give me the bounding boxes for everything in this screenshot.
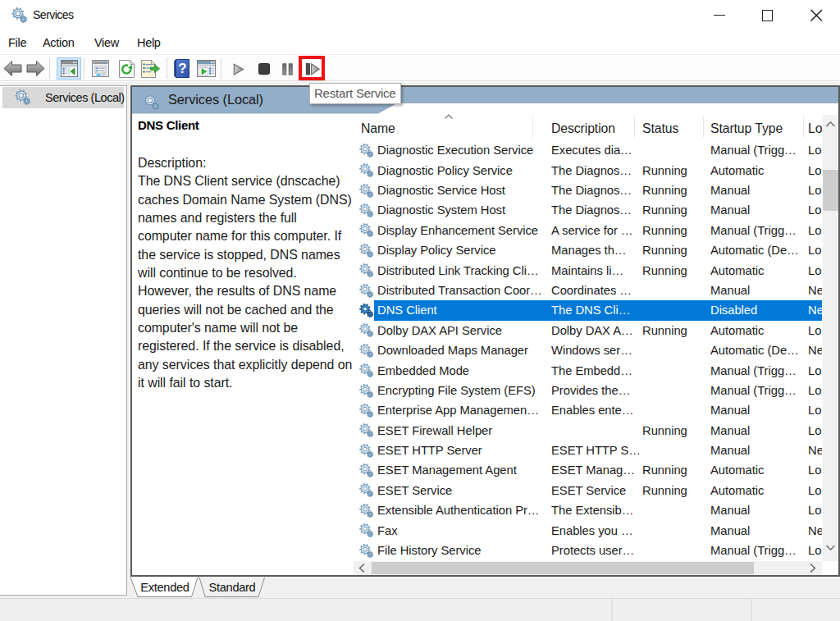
svg-text:?: ? bbox=[178, 61, 186, 76]
